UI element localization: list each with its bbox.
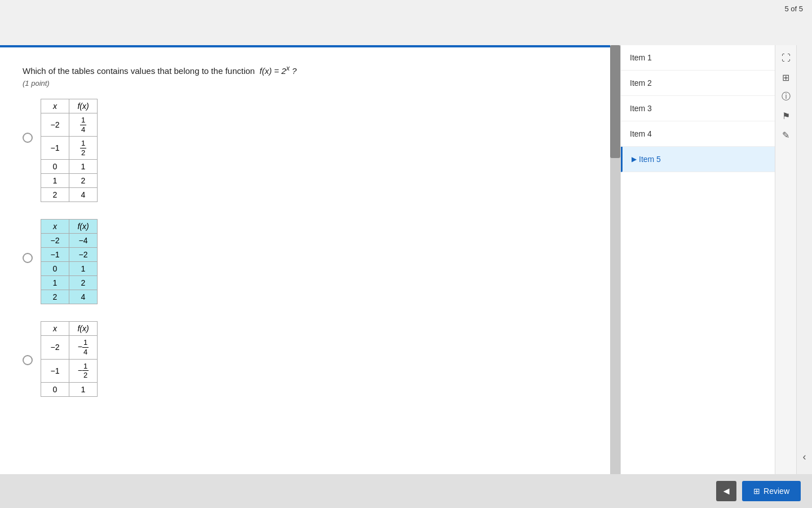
sidebar-item-item5[interactable]: ▶ Item 5 — [621, 147, 775, 172]
sidebar-collapse-section: ‹ — [796, 45, 812, 474]
info-icon[interactable]: ⓘ — [778, 88, 795, 105]
back-button[interactable]: ◄ — [716, 481, 736, 501]
option-2-row: x f(x) −2 −4 −1 −2 0 1 — [23, 219, 598, 304]
option-1-row: x f(x) −2 14 −1 12 0 1 1 — [23, 99, 598, 202]
sidebar-item-item3[interactable]: Item 3 — [621, 96, 775, 121]
flag-icon[interactable]: ⚑ — [778, 107, 795, 124]
scrollbar[interactable] — [610, 45, 620, 474]
points-text: (1 point) — [23, 79, 598, 87]
sidebar-items-list: Item 1 Item 2 Item 3 Item 4 ▶ Item 5 — [621, 45, 775, 474]
active-arrow-icon: ▶ — [632, 155, 637, 163]
function-expression: f(x) = 2x ? — [257, 66, 297, 76]
sidebar-icon-strip: ⛶ ⊞ ⓘ ⚑ ✎ — [775, 45, 796, 474]
review-label: Review — [764, 487, 789, 496]
sidebar-collapse-button[interactable]: ‹ — [803, 451, 806, 463]
progress-text: 5 of 5 — [784, 5, 803, 13]
sidebar-item-item1[interactable]: Item 1 — [621, 45, 775, 71]
fullscreen-icon[interactable]: ⛶ — [778, 50, 795, 67]
main-content-area: Which of the tables contains values that… — [0, 45, 620, 474]
review-icon: ⊞ — [753, 487, 760, 496]
grid-icon[interactable]: ⊞ — [778, 69, 795, 86]
review-button[interactable]: ⊞ Review — [742, 481, 801, 501]
table-1: x f(x) −2 14 −1 12 0 1 1 — [41, 99, 98, 202]
sidebar: Item 1 Item 2 Item 3 Item 4 ▶ Item 5 ⛶ ⊞… — [620, 45, 812, 474]
edit-icon[interactable]: ✎ — [778, 126, 795, 143]
question-text: Which of the tables contains values that… — [23, 64, 598, 76]
sidebar-item-item2[interactable]: Item 2 — [621, 71, 775, 96]
radio-option-2[interactable] — [23, 253, 33, 263]
table-2: x f(x) −2 −4 −1 −2 0 1 — [41, 219, 98, 304]
radio-option-1[interactable] — [23, 133, 33, 143]
option-3-row: x f(x) −2 −14 −1 −12 0 1 — [23, 321, 598, 396]
radio-option-3[interactable] — [23, 355, 33, 365]
sidebar-item-item4[interactable]: Item 4 — [621, 121, 775, 147]
table-3: x f(x) −2 −14 −1 −12 0 1 — [41, 321, 98, 396]
bottom-bar: ◄ ⊞ Review — [0, 474, 812, 508]
progress-indicator: 5 of 5 — [775, 0, 812, 17]
scrollbar-thumb[interactable] — [610, 45, 620, 158]
